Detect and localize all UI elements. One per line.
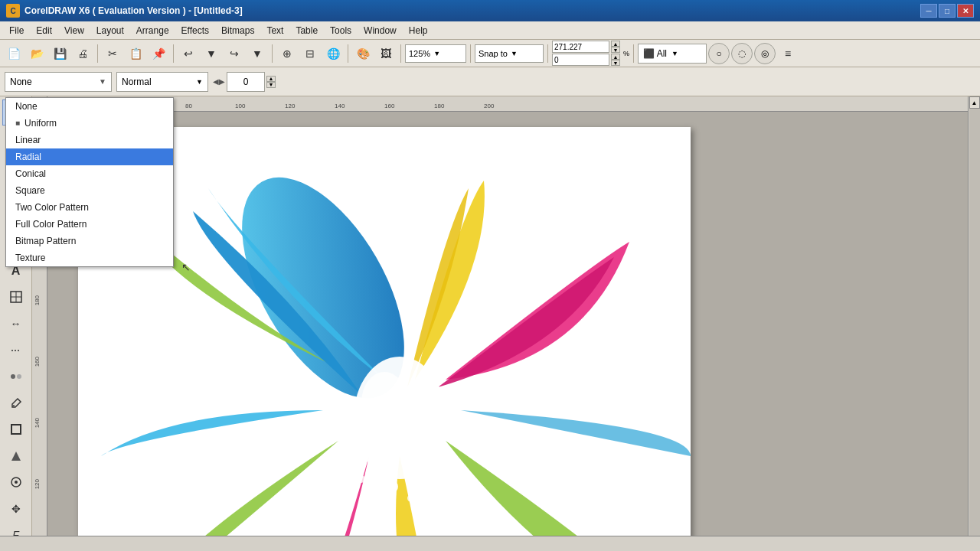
circle-button-1[interactable]: ○ <box>708 43 730 64</box>
coord-y-spin: ▲ ▼ <box>611 54 620 66</box>
ruler-mark-200: 200 <box>484 103 494 111</box>
coord-y-input[interactable] <box>552 54 609 66</box>
zoom-value: 125% <box>409 49 430 58</box>
ruler-mark-100: 100 <box>235 103 245 111</box>
svg-point-21 <box>396 399 434 452</box>
snap-dropdown[interactable]: Snap to ▼ <box>475 44 544 63</box>
undo-dropdown[interactable]: ▼ <box>201 43 222 64</box>
fill-option-radial[interactable]: Radial <box>6 148 173 165</box>
cut-button[interactable]: ✂ <box>102 43 123 64</box>
coord-unit: % <box>623 50 629 57</box>
ruler-vmark-140: 140 <box>34 418 41 428</box>
redo-dropdown[interactable]: ▼ <box>247 43 268 64</box>
none-label: None <box>15 101 38 112</box>
two-color-label: Two Color Pattern <box>15 202 89 213</box>
print-button[interactable]: 🖨 <box>72 43 93 64</box>
close-button[interactable]: ✕ <box>957 4 974 18</box>
menu-text[interactable]: Text <box>260 22 289 39</box>
menu-bitmaps[interactable]: Bitmaps <box>215 22 260 39</box>
zoom-arrow: ▼ <box>433 50 440 57</box>
fill-option-uniform[interactable]: ■ Uniform <box>6 115 173 132</box>
fill-color-button[interactable]: 🎨 <box>352 43 374 64</box>
options-button[interactable]: ≡ <box>777 43 799 64</box>
uniform-label: Uniform <box>24 118 57 129</box>
menu-table[interactable]: Table <box>289 22 324 39</box>
ruler-mark-80: 80 <box>185 103 192 111</box>
new-button[interactable]: 📄 <box>3 43 24 64</box>
tool-dimension[interactable]: ↔ <box>2 311 30 337</box>
radial-label: Radial <box>15 152 41 162</box>
menu-layout[interactable]: Layout <box>90 22 130 39</box>
minimize-button[interactable]: ─ <box>920 4 937 18</box>
menu-arrange[interactable]: Arrange <box>130 22 175 39</box>
open-button[interactable]: 📂 <box>26 43 47 64</box>
coord-y-down[interactable]: ▼ <box>611 60 620 66</box>
maximize-button[interactable]: □ <box>939 4 956 18</box>
svg-point-12 <box>17 374 21 379</box>
tool-outline[interactable] <box>2 416 30 442</box>
svg-point-11 <box>11 374 15 379</box>
tool-transform[interactable]: ✥ <box>2 496 30 522</box>
circle-button-2[interactable]: ◌ <box>731 43 753 64</box>
square-label: Square <box>15 185 45 196</box>
all-dropdown[interactable]: ⬛ All ▼ <box>638 44 707 64</box>
fill-option-none[interactable]: None <box>6 98 173 115</box>
menu-tools[interactable]: Tools <box>324 22 358 39</box>
coord-x-up[interactable]: ▲ <box>611 41 620 47</box>
blend-mode-dropdown[interactable]: Normal ▼ <box>116 72 208 92</box>
fill-option-two-color[interactable]: Two Color Pattern <box>6 199 173 216</box>
menu-view[interactable]: View <box>58 22 90 39</box>
coord-y-up[interactable]: ▲ <box>611 54 620 60</box>
circle-button-3[interactable]: ◎ <box>754 43 776 64</box>
fill-option-bitmap[interactable]: Bitmap Pattern <box>6 233 173 249</box>
ruler-horizontal: 40 60 80 100 120 140 160 180 200 <box>47 96 968 112</box>
fill-option-texture[interactable]: Texture <box>6 249 173 266</box>
coord-x-row: ▲ ▼ <box>552 41 620 53</box>
opacity-group: ◀▶ ▲ ▼ <box>213 72 276 92</box>
fill-option-conical[interactable]: Conical <box>6 165 173 182</box>
paste-button[interactable]: 📌 <box>148 43 169 64</box>
import-button[interactable]: ⊕ <box>276 43 298 64</box>
tool-interactive[interactable] <box>2 469 30 495</box>
svg-point-24 <box>407 494 415 502</box>
separator-3 <box>272 44 273 63</box>
undo-button[interactable]: ↩ <box>178 43 199 64</box>
svg-point-17 <box>15 481 18 484</box>
fill-option-square[interactable]: Square <box>6 182 173 199</box>
redo-button[interactable]: ↪ <box>224 43 245 64</box>
fill-type-dropdown[interactable]: None ▼ None ■ Uniform Linear Radial Coni… <box>5 72 112 92</box>
separator-6 <box>470 44 471 63</box>
menu-help[interactable]: Help <box>403 22 434 39</box>
bitmap-button[interactable]: 🖼 <box>375 43 397 64</box>
coord-x-input[interactable] <box>552 41 609 53</box>
save-button[interactable]: 💾 <box>49 43 70 64</box>
menu-window[interactable]: Window <box>358 22 403 39</box>
scroll-track[interactable] <box>969 109 980 539</box>
tool-connector[interactable] <box>2 337 30 364</box>
separator-8 <box>633 44 634 63</box>
fill-option-full-color[interactable]: Full Color Pattern <box>6 216 173 233</box>
coord-x-down[interactable]: ▼ <box>611 47 620 53</box>
full-color-label: Full Color Pattern <box>15 219 87 230</box>
tool-blend[interactable] <box>2 364 30 390</box>
export-button[interactable]: ⊟ <box>299 43 321 64</box>
tool-table[interactable] <box>2 285 30 311</box>
right-scrollbar[interactable]: ▲ ▼ <box>968 96 980 551</box>
menu-effects[interactable]: Effects <box>175 22 215 39</box>
opacity-down[interactable]: ▼ <box>266 82 276 88</box>
menu-edit[interactable]: Edit <box>30 22 58 39</box>
zoom-dropdown[interactable]: 125% ▼ <box>405 44 466 63</box>
tool-eyedropper[interactable] <box>2 390 30 416</box>
app-icon: C <box>6 4 20 18</box>
publish-button[interactable]: 🌐 <box>322 43 344 64</box>
svg-rect-14 <box>11 425 21 434</box>
opacity-input[interactable] <box>227 72 265 92</box>
opacity-up[interactable]: ▲ <box>266 76 276 82</box>
fill-option-linear[interactable]: Linear <box>6 132 173 148</box>
ruler-vmark-120: 120 <box>34 479 41 489</box>
copy-button[interactable]: 📋 <box>125 43 146 64</box>
tool-fill[interactable] <box>2 443 30 469</box>
menu-file[interactable]: File <box>3 22 30 39</box>
scroll-up-button[interactable]: ▲ <box>969 96 980 109</box>
window-controls: ─ □ ✕ <box>920 4 974 18</box>
